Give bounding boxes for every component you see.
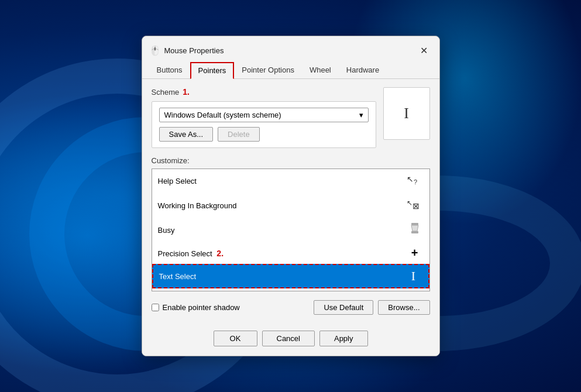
cancel-button[interactable]: Cancel [262, 331, 315, 346]
action-buttons: Use Default Browse... [314, 300, 429, 315]
step2-label: 2. [216, 249, 224, 258]
item-name: Text Select [159, 272, 197, 281]
scheme-value: Windows Default (system scheme) [164, 111, 281, 119]
cursor-preview-icon: I [404, 105, 409, 122]
cursor-preview: I [383, 87, 430, 140]
mouse-properties-dialog: 🖱️ Mouse Properties ✕ Buttons Pointers P… [142, 36, 440, 356]
item-icon: I [405, 269, 422, 284]
scheme-left: Scheme 1. Windows Default (system scheme… [152, 87, 376, 148]
mouse-icon: 🖱️ [149, 45, 160, 56]
close-button[interactable]: ✕ [416, 42, 432, 59]
svg-text:⊠: ⊠ [412, 201, 420, 211]
title-bar-left: 🖱️ Mouse Properties [149, 45, 224, 56]
shadow-checkbox[interactable] [152, 304, 159, 311]
list-item[interactable]: Busy [152, 218, 429, 243]
scheme-dropdown[interactable]: Windows Default (system scheme) ▾ [159, 108, 369, 122]
scheme-label-text: Scheme [152, 88, 180, 97]
tab-buttons[interactable]: Buttons [149, 62, 190, 79]
cursor-list[interactable]: Help Select ↖ ? Working In Background [152, 169, 430, 291]
browse-button[interactable]: Browse... [378, 300, 429, 315]
svg-text:↖: ↖ [407, 174, 414, 184]
item-icon: ↖ ? [406, 173, 424, 190]
list-item[interactable]: Help Select ↖ ? [152, 169, 429, 194]
item-icon: + [406, 246, 424, 260]
list-item[interactable]: Working In Background ↖ ⊠ [152, 194, 429, 218]
step1-label: 1. [183, 87, 190, 97]
tab-pointers[interactable]: Pointers [190, 62, 235, 79]
item-icon: ↖ ⊠ [406, 197, 424, 214]
tab-bar: Buttons Pointers Pointer Options Wheel H… [142, 59, 439, 79]
svg-rect-4 [411, 223, 418, 225]
apply-button[interactable]: Apply [319, 331, 368, 346]
item-icon [406, 222, 424, 239]
save-as-button[interactable]: Save As... [159, 127, 214, 142]
scheme-section: Scheme 1. Windows Default (system scheme… [152, 87, 430, 148]
svg-text:↖: ↖ [407, 199, 412, 207]
tab-hardware[interactable]: Hardware [339, 62, 387, 79]
dialog-container: 🖱️ Mouse Properties ✕ Buttons Pointers P… [142, 36, 440, 356]
list-item[interactable]: Precision Select 2. + [152, 243, 429, 264]
list-item[interactable]: Handwriting [152, 288, 429, 291]
bottom-controls: Enable pointer shadow Use Default Browse… [152, 297, 430, 318]
ok-button[interactable]: OK [214, 331, 257, 346]
tab-wheel[interactable]: Wheel [302, 62, 339, 79]
use-default-button[interactable]: Use Default [314, 300, 373, 315]
shadow-checkbox-row: Enable pointer shadow [152, 303, 240, 312]
customize-label: Customize: [152, 156, 430, 165]
item-name: Help Select [158, 177, 197, 185]
shadow-label: Enable pointer shadow [163, 303, 240, 312]
dropdown-arrow-icon: ▾ [359, 111, 363, 119]
svg-marker-11 [439, 325, 440, 334]
dialog-title: Mouse Properties [164, 46, 224, 55]
item-name: Precision Select 2. [158, 249, 224, 258]
scheme-box: Windows Default (system scheme) ▾ Save A… [152, 101, 376, 148]
dialog-content: Scheme 1. Windows Default (system scheme… [142, 79, 439, 326]
list-item-text-select[interactable]: Text Select I [152, 264, 429, 288]
step3-annotation: 3. [436, 305, 440, 347]
list-wrapper: Help Select ↖ ? Working In Background [152, 169, 430, 291]
dialog-footer: OK Cancel Apply 3. [142, 326, 439, 356]
item-name: Busy [158, 226, 175, 235]
scheme-buttons: Save As... Delete [159, 127, 369, 142]
svg-marker-5 [411, 225, 418, 231]
title-bar: 🖱️ Mouse Properties ✕ [142, 36, 439, 59]
delete-button[interactable]: Delete [218, 127, 260, 142]
customize-section: Customize: Help Select ↖ ? [152, 156, 430, 318]
svg-text:?: ? [414, 178, 417, 185]
red-arrow-icon [436, 305, 440, 337]
svg-rect-6 [411, 231, 418, 233]
scheme-label: Scheme 1. [152, 87, 376, 97]
tab-pointer-options[interactable]: Pointer Options [234, 62, 302, 79]
item-name: Working In Background [158, 201, 237, 210]
